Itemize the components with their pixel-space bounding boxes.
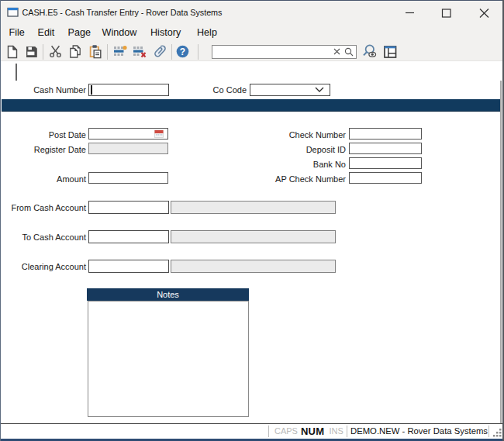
svg-text:?: ? bbox=[180, 47, 185, 57]
